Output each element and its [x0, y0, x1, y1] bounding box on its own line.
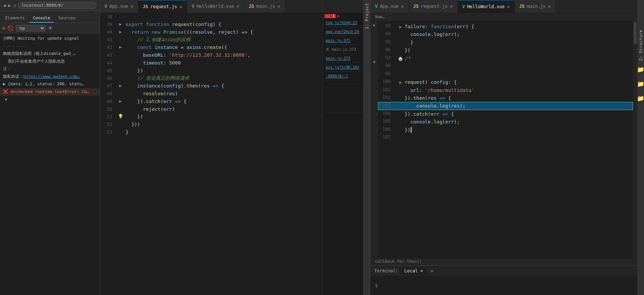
vscode-code-table: 93 ▶ failure: function(err) { 94 console… — [378, 23, 633, 142]
close-vscode-main-js[interactable]: × — [548, 3, 551, 9]
tab-main-js[interactable]: JS main.js × — [244, 0, 285, 13]
tab-app-vue[interactable]: V App.vue × — [100, 0, 138, 13]
chevron-93[interactable]: ▶ — [399, 24, 402, 29]
log-link-4[interactable]: 关 main.js:372 — [324, 46, 362, 54]
scroll-label: callback for then() — [371, 258, 637, 265]
chevron-icon-1[interactable]: ▶ — [372, 23, 377, 28]
console-line: [HMR] Waiting for update signal — [0, 35, 100, 43]
vscode-line-99: 99 — [378, 70, 633, 78]
code-line-51: 51 💡 }) — [100, 113, 322, 121]
chevron-100[interactable]: ▶ — [399, 80, 402, 85]
privacy-link[interactable]: https://www.gwdang.com… — [23, 74, 80, 79]
console-toolbar: ⊘ 🚫 top 👁 — [0, 23, 100, 33]
vscode-line-100: 100 ▶ request( config: { — [378, 78, 633, 86]
console-line: 注： — [0, 65, 100, 73]
log-error-badge: ❌ 1 ⚙ ⋮ — [324, 14, 362, 18]
console-arrow[interactable]: ▶ — [0, 96, 100, 103]
log-link-3[interactable]: main.js:371 — [324, 37, 362, 45]
clear-icon[interactable]: 🚫 — [7, 25, 14, 31]
terminal-panel: Terminal: Local × + $ — [371, 265, 637, 295]
log-list: ❌ 1 ⚙ ⋮ log.js?4244:23 app.vue?26cd:24 m… — [323, 13, 363, 113]
vscode-line-105: 105 console.log(err); — [378, 118, 633, 126]
code-line-49: 49 ▶ }).catch(err => { — [100, 98, 322, 106]
vscode-tab-main-js[interactable]: JS main.js × — [515, 0, 555, 13]
close-main-js[interactable]: × — [277, 3, 280, 9]
code-line-45: 45 }) — [100, 67, 322, 75]
project-bar: 1: Project — [363, 0, 371, 295]
structure-label: Z: Structure — [639, 30, 643, 61]
nav-forward-button[interactable]: ▶ — [8, 3, 11, 8]
tab-helloworld-vue[interactable]: V HelloWorld.vue × — [187, 0, 244, 13]
log-link-6[interactable]: ain.js?1c90:103 — [324, 63, 362, 72]
close-vscode-helloworld-vue[interactable]: × — [507, 4, 510, 10]
code-line-43: 43 baseURL: 'http://123.207.32.32:8000', — [100, 52, 322, 59]
tab-console[interactable]: Console — [29, 14, 54, 23]
vscode-scrollbar[interactable] — [633, 21, 637, 258]
log-link-2[interactable]: app.vue?26cd:24 — [324, 28, 362, 36]
vscode-tab-app-vue[interactable]: V App.vue × — [371, 0, 409, 13]
tab-sources[interactable]: Sources — [54, 14, 79, 23]
nav-back-button[interactable]: ◀ — [3, 3, 6, 8]
code-line-40: 40 ▶ return new Promise(((resolve, rejec… — [100, 29, 322, 36]
breadcrumb: Vue… — [371, 13, 637, 21]
close-helloworld-vue[interactable]: × — [236, 3, 239, 9]
tab-request-js[interactable]: JS request.js × — [138, 0, 187, 13]
terminal-label: Terminal: — [374, 268, 398, 274]
terminal-tab-local[interactable]: Local × — [401, 268, 426, 274]
vscode-tab-bar: V App.vue × JS request.js × V HelloWorld… — [371, 0, 637, 13]
devtools-tab-bar: Elements Console Sources — [0, 11, 100, 23]
chevron-icon-2[interactable]: ▼ — [372, 60, 377, 65]
console-line: 隐私协议：https://www.gwdang.com… — [0, 73, 100, 81]
home-icon: 🏠 — [398, 56, 403, 61]
terminal-add-button[interactable]: + — [431, 268, 434, 274]
console-data-expand[interactable]: ▶ {data: {…}, status: 200, statu… — [0, 80, 100, 88]
code-editor-overlay: V App.vue × JS request.js × V HelloWorld… — [100, 0, 322, 295]
vscode-line-93: 93 ▶ failure: function(err) { — [378, 23, 633, 30]
vscode-line-98: 98 — [378, 62, 633, 70]
eye-icon[interactable]: 👁 — [48, 25, 53, 31]
code-table: 38 39 ▶ export function request(config) … — [100, 13, 322, 136]
log-link-7[interactable]: :8080/#/:1 — [324, 72, 362, 80]
code-line-39: 39 ▶ export function request(config) { — [100, 21, 322, 29]
log-link-5[interactable]: main.js:373 — [324, 54, 362, 63]
code-line-44: 44 timeout: 5000 — [100, 59, 322, 67]
vscode-line-101: 101 url: '/home/multidata' — [378, 86, 633, 94]
console-error-line: ❌ Unchecked runtime.lastError: Co… — [0, 88, 100, 96]
vscode-tab-helloworld-vue[interactable]: V HelloWorld.vue × — [458, 0, 515, 13]
terminal-tab-bar: Terminal: Local × + — [371, 266, 637, 276]
vscode-line-97: 97 🏠 /* — [378, 54, 633, 62]
console-line: 我们不会收集用户个人隐私信息 — [0, 58, 100, 66]
context-filter-select[interactable]: top — [16, 25, 46, 32]
vscode-code-area: 93 ▶ failure: function(err) { 94 console… — [378, 21, 633, 258]
code-line-53: 53 } — [100, 129, 322, 136]
reload-button[interactable]: ↺ — [13, 3, 16, 8]
folder-icon-3[interactable]: 📁 — [637, 95, 644, 102]
code-line-42: 42 ▶ const instance = axios.create({ — [100, 44, 322, 52]
folder-icon-1[interactable]: 📁 — [637, 66, 644, 73]
vscode-line-102: 102 }).then(res => { — [378, 94, 633, 102]
browser-toolbar: ◀ ▶ ↺ localhost:8080/#/ — [0, 0, 100, 11]
code-line-46: 46 // 发送真正的网络请求 — [100, 74, 322, 82]
vscode-line-104: 104 }).catch(err => { — [378, 110, 633, 118]
log-link-1[interactable]: log.js?4244:23 — [324, 19, 362, 27]
tab-elements[interactable]: Elements — [1, 14, 29, 23]
close-app-vue[interactable]: × — [130, 3, 133, 9]
folder-icon-2[interactable]: 📁 — [637, 80, 644, 87]
vscode-line-95: 95 } — [378, 39, 633, 46]
url-bar[interactable]: localhost:8080/#/ — [18, 2, 97, 9]
close-vscode-request-js[interactable]: × — [450, 3, 453, 9]
mini-log-panel: ❌ 1 ⚙ ⋮ log.js?4244:23 app.vue?26cd:24 m… — [322, 0, 363, 295]
vscode-line-96: 96 }) — [378, 46, 633, 54]
console-separator: ---------- — [0, 43, 100, 50]
console-output: [HMR] Waiting for update signal --------… — [0, 33, 100, 295]
close-vscode-app-vue[interactable]: × — [401, 3, 404, 9]
code-content-area: 38 39 ▶ export function request(config) … — [100, 13, 322, 295]
vscode-line-107: 107 — [378, 134, 633, 142]
scrollbar-thumb[interactable] — [634, 22, 637, 44]
vscode-tab-request-js[interactable]: JS request.js × — [409, 0, 458, 13]
block-icon[interactable]: ⊘ — [2, 25, 5, 31]
structure-bar: Z: Structure 📁 📁 📁 — [637, 0, 644, 295]
code-line-50: 50 reject(err) — [100, 106, 322, 113]
close-request-js[interactable]: × — [179, 4, 182, 10]
vscode-editor-panel: V App.vue × JS request.js × V HelloWorld… — [371, 0, 637, 295]
